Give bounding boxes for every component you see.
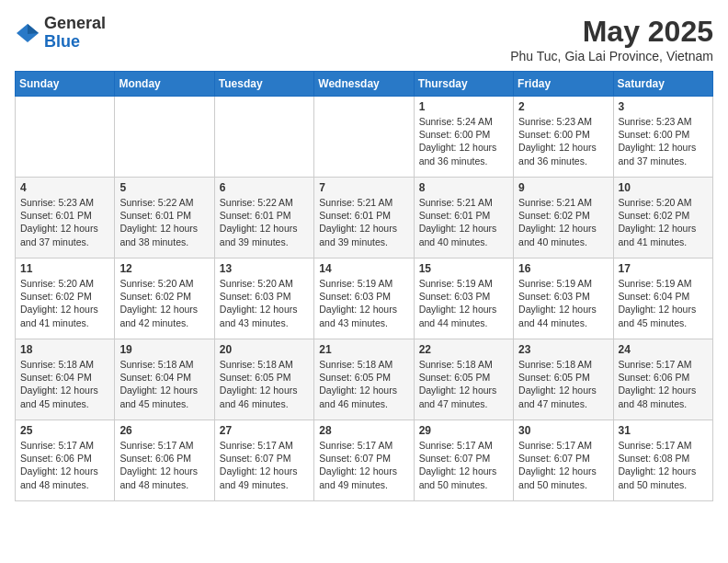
day-info-line: and 38 minutes.: [119, 236, 209, 248]
day-info-line: Sunrise: 5:17 AM: [20, 439, 109, 452]
calendar-cell: 30Sunrise: 5:17 AMSunset: 6:07 PMDayligh…: [514, 420, 613, 501]
day-info-line: Sunrise: 5:22 AM: [119, 196, 209, 209]
day-info-line: Sunset: 6:04 PM: [119, 371, 209, 384]
day-header-saturday: Saturday: [613, 72, 712, 97]
day-info-line: Sunrise: 5:17 AM: [518, 439, 608, 452]
calendar-cell: 16Sunrise: 5:19 AMSunset: 6:03 PMDayligh…: [514, 259, 613, 339]
day-info-line: Sunset: 6:01 PM: [319, 209, 408, 222]
day-info-line: Sunset: 6:07 PM: [518, 452, 608, 465]
calendar-cell: 22Sunrise: 5:18 AMSunset: 6:05 PMDayligh…: [414, 339, 513, 420]
day-info-line: Daylight: 12 hours: [419, 465, 508, 477]
day-info-line: Sunset: 6:07 PM: [220, 452, 309, 465]
calendar-cell: 19Sunrise: 5:18 AMSunset: 6:04 PMDayligh…: [115, 339, 214, 420]
day-info-line: and 48 minutes.: [619, 397, 708, 410]
day-number: 25: [20, 424, 109, 437]
day-info-line: and 50 minutes.: [419, 478, 508, 491]
day-number: 5: [119, 181, 209, 194]
day-number: 27: [220, 424, 309, 437]
calendar-cell: 7Sunrise: 5:21 AMSunset: 6:01 PMDaylight…: [314, 178, 414, 259]
day-info-line: Sunrise: 5:17 AM: [619, 358, 708, 371]
day-info-line: Daylight: 12 hours: [20, 222, 109, 235]
day-info-line: Sunrise: 5:20 AM: [119, 277, 209, 290]
calendar-cell: 14Sunrise: 5:19 AMSunset: 6:03 PMDayligh…: [314, 259, 414, 339]
day-number: 30: [518, 424, 608, 437]
calendar-cell: [16, 97, 115, 178]
day-info-line: Daylight: 12 hours: [419, 141, 508, 154]
day-number: 11: [20, 262, 109, 275]
day-info-line: and 50 minutes.: [619, 478, 708, 491]
day-info-line: and 45 minutes.: [20, 397, 109, 410]
calendar-cell: 12Sunrise: 5:20 AMSunset: 6:02 PMDayligh…: [115, 259, 214, 339]
day-info-line: Sunset: 6:07 PM: [319, 452, 408, 465]
calendar-cell: 10Sunrise: 5:20 AMSunset: 6:02 PMDayligh…: [613, 178, 712, 259]
day-info-line: and 48 minutes.: [20, 478, 109, 491]
calendar-cell: 2Sunrise: 5:23 AMSunset: 6:00 PMDaylight…: [514, 97, 613, 178]
day-header-sunday: Sunday: [16, 72, 115, 97]
day-info-line: Daylight: 12 hours: [619, 141, 708, 154]
day-info-line: Sunrise: 5:22 AM: [220, 196, 309, 209]
calendar-week-row: 11Sunrise: 5:20 AMSunset: 6:02 PMDayligh…: [16, 259, 713, 339]
calendar-cell: 28Sunrise: 5:17 AMSunset: 6:07 PMDayligh…: [314, 420, 414, 501]
day-info-line: Sunset: 6:06 PM: [119, 452, 209, 465]
day-info-line: Sunrise: 5:20 AM: [20, 277, 109, 290]
calendar-cell: 8Sunrise: 5:21 AMSunset: 6:01 PMDaylight…: [414, 178, 513, 259]
day-info-line: Daylight: 12 hours: [220, 465, 309, 477]
day-info-line: Sunset: 6:02 PM: [518, 209, 608, 222]
day-info-line: and 47 minutes.: [419, 397, 508, 410]
day-info-line: Sunset: 6:03 PM: [220, 290, 309, 303]
day-info-line: Sunrise: 5:20 AM: [220, 277, 309, 290]
day-info-line: Sunset: 6:06 PM: [20, 452, 109, 465]
day-info-line: Sunrise: 5:17 AM: [419, 439, 508, 452]
page-header: General Blue May 2025 Phu Tuc, Gia Lai P…: [15, 15, 713, 63]
day-info-line: and 37 minutes.: [20, 236, 109, 248]
day-header-wednesday: Wednesday: [314, 72, 414, 97]
day-info-line: and 46 minutes.: [319, 397, 408, 410]
day-info-line: Daylight: 12 hours: [20, 384, 109, 396]
day-info-line: Daylight: 12 hours: [518, 384, 608, 396]
day-info-line: and 36 minutes.: [419, 155, 508, 167]
day-info-line: Sunrise: 5:18 AM: [220, 358, 309, 371]
calendar-cell: 13Sunrise: 5:20 AMSunset: 6:03 PMDayligh…: [214, 259, 313, 339]
day-info-line: and 36 minutes.: [518, 155, 608, 167]
day-info-line: Sunset: 6:00 PM: [619, 128, 708, 141]
day-info-line: Sunset: 6:03 PM: [319, 290, 408, 303]
day-number: 1: [419, 100, 508, 113]
day-info-line: and 44 minutes.: [518, 316, 608, 329]
day-info-line: Sunrise: 5:18 AM: [20, 358, 109, 371]
calendar-cell: 25Sunrise: 5:17 AMSunset: 6:06 PMDayligh…: [16, 420, 115, 501]
logo-text: General Blue: [44, 15, 106, 52]
day-info-line: Sunrise: 5:18 AM: [119, 358, 209, 371]
day-number: 29: [419, 424, 508, 437]
day-number: 8: [419, 181, 508, 194]
calendar-week-row: 4Sunrise: 5:23 AMSunset: 6:01 PMDaylight…: [16, 178, 713, 259]
day-info-line: Daylight: 12 hours: [319, 303, 408, 316]
calendar-cell: 6Sunrise: 5:22 AMSunset: 6:01 PMDaylight…: [214, 178, 313, 259]
day-header-thursday: Thursday: [414, 72, 513, 97]
day-info-line: Sunset: 6:01 PM: [20, 209, 109, 222]
day-number: 24: [619, 343, 708, 356]
day-info-line: and 47 minutes.: [518, 397, 608, 410]
day-header-friday: Friday: [514, 72, 613, 97]
calendar-week-row: 25Sunrise: 5:17 AMSunset: 6:06 PMDayligh…: [16, 420, 713, 501]
day-info-line: Sunset: 6:05 PM: [319, 371, 408, 384]
day-info-line: Daylight: 12 hours: [20, 303, 109, 316]
calendar-cell: 23Sunrise: 5:18 AMSunset: 6:05 PMDayligh…: [514, 339, 613, 420]
day-info-line: and 46 minutes.: [220, 397, 309, 410]
day-info-line: Daylight: 12 hours: [319, 222, 408, 235]
day-info-line: Sunrise: 5:24 AM: [419, 115, 508, 128]
day-info-line: Sunrise: 5:23 AM: [518, 115, 608, 128]
day-info-line: Sunset: 6:02 PM: [619, 209, 708, 222]
day-info-line: and 48 minutes.: [119, 478, 209, 491]
day-info-line: Sunset: 6:01 PM: [220, 209, 309, 222]
day-number: 6: [220, 181, 309, 194]
day-info-line: Sunrise: 5:17 AM: [119, 439, 209, 452]
day-info-line: Sunrise: 5:23 AM: [619, 115, 708, 128]
day-info-line: Sunset: 6:05 PM: [518, 371, 608, 384]
day-info-line: and 49 minutes.: [220, 478, 309, 491]
day-info-line: Sunset: 6:04 PM: [619, 290, 708, 303]
day-info-line: and 45 minutes.: [119, 397, 209, 410]
day-number: 19: [119, 343, 209, 356]
day-info-line: and 37 minutes.: [619, 155, 708, 167]
calendar-cell: 4Sunrise: 5:23 AMSunset: 6:01 PMDaylight…: [16, 178, 115, 259]
day-info-line: Sunrise: 5:18 AM: [319, 358, 408, 371]
